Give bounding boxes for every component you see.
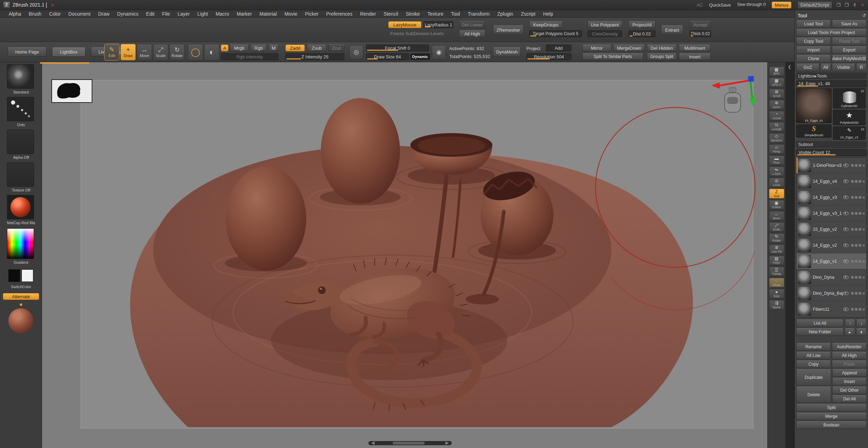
paste-subtool-button[interactable]: Paste [832, 360, 867, 368]
rgb-button[interactable]: Rgb [251, 44, 267, 51]
right-shelf-button[interactable]: ▦ SPix 3 [769, 78, 784, 87]
title-close-icon[interactable]: ✕ [51, 2, 55, 8]
quicksave-button[interactable]: QuickSave [709, 2, 731, 8]
goz-visible-button[interactable]: Visible [832, 64, 855, 71]
current-material-button[interactable]: ◐ [204, 44, 219, 60]
target-polygons-slider[interactable]: Target Polygons Count 5 [529, 30, 582, 37]
subtool-item[interactable]: Dino_Dyna ≡ [796, 269, 866, 285]
subtool-menu-icon[interactable]: ≡ [863, 227, 865, 231]
color-preview-sphere[interactable] [8, 308, 33, 333]
list-all-button[interactable]: List All [796, 319, 844, 327]
menu-item[interactable]: Color [45, 11, 64, 17]
menu-item[interactable]: Picker [301, 11, 323, 17]
visibility-eye-icon[interactable] [843, 164, 849, 167]
simplebrush-tool-thumbnail[interactable]: S SimpleBrush [796, 124, 832, 138]
dynamic-mode-tag[interactable]: Dynamic [410, 54, 430, 60]
use-polypaint-button[interactable]: Use Polypaint [587, 21, 622, 28]
subtool-item[interactable]: Fibers11 ≡ [796, 301, 866, 317]
alpha-channel-button[interactable]: A [221, 44, 228, 51]
make-polymesh3d-button[interactable]: Make PolyMesh3D [832, 55, 867, 63]
visibility-eye-icon[interactable] [843, 244, 849, 247]
subtool-item[interactable]: 14_Eggs_v1 ≡ [796, 253, 866, 269]
projectall-button[interactable]: ProjectAll [628, 21, 656, 28]
split-button[interactable]: Split [796, 404, 867, 412]
move-mode-button[interactable]: ↔ Move [137, 44, 152, 60]
right-shelf-button[interactable]: ≣ Line Fill [769, 244, 784, 254]
del-hidden-button[interactable]: Del Hidden [647, 44, 677, 51]
autoreorder-button[interactable]: AutoReorder [832, 343, 867, 351]
subtool-item[interactable]: 1-DinoFloor-v3 ≡ [796, 157, 866, 173]
menu-item[interactable]: Edit [142, 11, 158, 17]
right-shelf-button[interactable]: ◔ Actual [769, 111, 784, 121]
right-shelf-button[interactable]: ● Solo [769, 289, 784, 299]
draw-mode-button[interactable]: + Draw [120, 44, 136, 60]
copy-subtool-button[interactable]: Copy [796, 360, 831, 368]
right-shelf-button[interactable]: ⊞ Scroll [769, 89, 784, 98]
menu-item[interactable]: Material [256, 11, 281, 17]
subtool-item[interactable]: Dino_Dyna_Baja ≡ [796, 285, 866, 301]
zsub-button[interactable]: Zsub [307, 44, 326, 51]
subtool-paint-buttons[interactable] [850, 292, 861, 295]
menu-item[interactable]: Light [194, 11, 212, 17]
groups-split-button[interactable]: Groups Split [647, 53, 677, 60]
mirror-button[interactable]: Mirror [582, 44, 611, 51]
right-shelf-button[interactable]: Z GoZ [769, 189, 784, 198]
zremesher-button[interactable]: ZRemesher [493, 25, 524, 34]
right-shelf-button[interactable]: ◌ Ghost [769, 278, 784, 287]
see-through-slider[interactable]: See-through 0 [737, 2, 766, 8]
resolution-slider[interactable]: Resolution 504 [526, 53, 571, 60]
menu-item[interactable]: Transform [464, 11, 493, 17]
subtool-item[interactable]: 14_Eggs_v4 ≡ [796, 173, 866, 189]
load-tools-from-project-button[interactable]: Load Tools From Project [796, 29, 867, 36]
visibility-eye-icon[interactable] [843, 180, 849, 183]
duplicate-button[interactable]: Duplicate [796, 369, 831, 385]
rgb-intensity-slider[interactable]: Rgb Intensity [221, 53, 278, 60]
right-shelf-button[interactable]: ⊕ Zoom [769, 100, 784, 109]
right-shelf-button[interactable]: ▤ PolyF [769, 255, 784, 265]
goz-all-button[interactable]: All [820, 64, 831, 71]
import-button[interactable]: Import [796, 46, 831, 54]
scale-mode-button[interactable]: ⤢ Scale [153, 44, 168, 60]
menu-item[interactable]: Alpha [5, 11, 25, 17]
all-high-button[interactable]: All High [832, 352, 867, 359]
visible-count-slider[interactable]: Visible Count 12 [796, 149, 867, 156]
subtool-paint-buttons[interactable] [850, 180, 861, 183]
menu-item[interactable]: Render [356, 11, 380, 17]
del-all-button[interactable]: Del All [832, 395, 867, 403]
new-folder-button[interactable]: New Folder [796, 328, 844, 336]
subtool-item[interactable]: 14_Eggs_v3 ≡ [796, 189, 866, 205]
menu-item[interactable]: Brush [25, 11, 45, 17]
menu-item[interactable]: Movie [281, 11, 301, 17]
right-shelf-button[interactable]: ▒ Transp [769, 267, 784, 276]
right-shelf-button[interactable]: ▩ BPR [769, 66, 784, 76]
right-shelf-button[interactable]: ⤢ Scale [769, 222, 784, 232]
save-as-button[interactable]: Save As [832, 20, 867, 28]
paste-tool-button[interactable]: Paste Tool [832, 38, 867, 45]
visibility-eye-icon[interactable] [843, 276, 849, 279]
cylinder3d-tool-thumbnail[interactable]: 10 Cylinder3D [833, 88, 866, 108]
accept-button[interactable]: Accept [690, 21, 711, 28]
stroke-curve-button[interactable]: ◎ [349, 45, 363, 59]
all-low-button[interactable]: All Low [796, 352, 831, 359]
window-close-icon[interactable]: ✕ [861, 2, 865, 8]
subtool-menu-icon[interactable]: ≡ [863, 179, 865, 184]
del-lower-button[interactable]: Del Lower [459, 21, 485, 28]
right-shelf-button[interactable]: ▱ Persp [769, 144, 784, 154]
menu-item[interactable]: Marker [233, 11, 256, 17]
menu-item[interactable]: Stroke [402, 11, 424, 17]
visibility-eye-icon[interactable] [843, 308, 849, 311]
current-brush-button[interactable]: ◯ [188, 44, 203, 60]
subtool-paint-buttons[interactable] [850, 244, 861, 247]
m-button[interactable]: M [269, 44, 278, 51]
current-tool-thumbnail[interactable]: 14_Eggs_v1 [796, 88, 832, 123]
lazyradius-slider[interactable]: LazyRadius 1 [424, 21, 453, 28]
alpha-selector-thumbnail[interactable] [7, 130, 34, 154]
freeze-subdivision-label[interactable]: Freeze SubDivision Levels [390, 30, 444, 37]
goz-button[interactable]: GoZ [796, 64, 819, 71]
zadd-button[interactable]: Zadd [285, 44, 305, 51]
polymesh3d-tool-thumbnail[interactable]: ★ PolyMesh3D [833, 110, 866, 125]
right-shelf-button[interactable]: ⇶ Xpose [769, 300, 784, 310]
right-shelf-button[interactable]: ↻ Rotate [769, 233, 784, 243]
maximize-icon[interactable]: ⇑ [853, 2, 857, 8]
focal-shift-slider[interactable]: Focal Shift 0 [366, 44, 429, 51]
